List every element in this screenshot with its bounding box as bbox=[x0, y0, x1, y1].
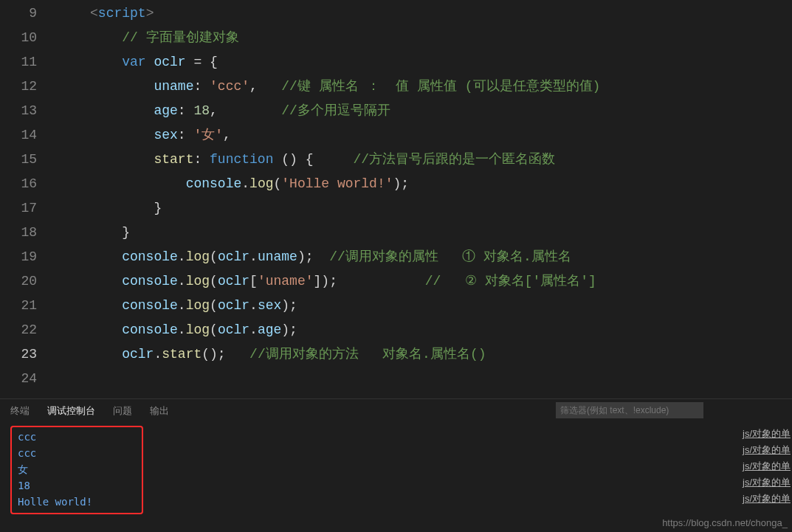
watermark: https://blog.csdn.net/chonga_ bbox=[662, 517, 788, 528]
filter-input[interactable] bbox=[556, 402, 703, 418]
line-number: 14 bbox=[0, 123, 37, 148]
code-line[interactable]: console.log(oclr.age); bbox=[50, 318, 792, 342]
line-number: 13 bbox=[0, 99, 37, 123]
source-link[interactable]: js/对象的单 bbox=[743, 442, 792, 458]
line-number: 23 bbox=[0, 342, 37, 367]
tab-output[interactable]: 输出 bbox=[150, 404, 169, 418]
source-link[interactable]: js/对象的单 bbox=[743, 426, 792, 442]
code-line[interactable]: start: function () { //方法冒号后跟的是一个匿名函数 bbox=[50, 148, 792, 172]
console-body: cccccc女18Holle world! bbox=[0, 423, 792, 517]
code-line[interactable]: // 字面量创建对象 bbox=[50, 26, 792, 50]
console-output-line: 18 bbox=[18, 477, 136, 494]
code-line[interactable]: } bbox=[50, 196, 792, 221]
bottom-panel: 终端 调试控制台 问题 输出 cccccc女18Holle world! js/… bbox=[0, 398, 792, 531]
line-number-gutter: 9101112131415161718192021222324 bbox=[0, 0, 50, 398]
console-output-line: Holle world! bbox=[18, 494, 136, 510]
line-number: 10 bbox=[0, 26, 37, 50]
tab-debug-console[interactable]: 调试控制台 bbox=[47, 404, 95, 418]
line-number: 17 bbox=[0, 196, 37, 221]
line-number: 21 bbox=[0, 294, 37, 318]
line-number: 16 bbox=[0, 172, 37, 196]
code-line[interactable]: <script> bbox=[50, 1, 792, 26]
line-number: 22 bbox=[0, 318, 37, 342]
console-output-line: ccc bbox=[18, 445, 136, 461]
source-links: js/对象的单js/对象的单js/对象的单js/对象的单js/对象的单 bbox=[743, 426, 792, 507]
line-number: 11 bbox=[0, 50, 37, 75]
code-area[interactable]: <script> // 字面量创建对象 var oclr = { uname: … bbox=[50, 0, 792, 398]
code-line[interactable]: sex: '女', bbox=[50, 123, 792, 148]
tab-terminal[interactable]: 终端 bbox=[10, 404, 30, 418]
console-output-line: ccc bbox=[18, 429, 136, 445]
code-line[interactable]: var oclr = { bbox=[50, 50, 792, 75]
code-line[interactable]: console.log(oclr.sex); bbox=[50, 294, 792, 318]
code-line[interactable] bbox=[50, 367, 792, 391]
panel-tabs: 终端 调试控制台 问题 输出 bbox=[0, 399, 792, 423]
line-number: 18 bbox=[0, 221, 37, 245]
source-link[interactable]: js/对象的单 bbox=[743, 474, 792, 491]
code-line[interactable]: age: 18, //多个用逗号隔开 bbox=[50, 99, 792, 123]
tab-problems[interactable]: 问题 bbox=[113, 404, 132, 418]
line-number: 24 bbox=[0, 367, 37, 391]
line-number: 19 bbox=[0, 245, 37, 269]
code-line[interactable]: console.log(oclr.uname); //调用对象的属性 ① 对象名… bbox=[50, 245, 792, 269]
code-line[interactable]: } bbox=[50, 221, 792, 245]
line-number: 15 bbox=[0, 148, 37, 172]
line-number: 20 bbox=[0, 269, 37, 294]
code-line[interactable]: oclr.start(); //调用对象的方法 对象名.属性名() bbox=[50, 342, 792, 367]
code-line[interactable]: console.log('Holle world!'); bbox=[50, 172, 792, 196]
console-output-line: 女 bbox=[18, 461, 136, 477]
line-number: 12 bbox=[0, 75, 37, 99]
code-line[interactable]: console.log(oclr['uname']); // ② 对象名['属性… bbox=[50, 269, 792, 294]
code-editor[interactable]: 9101112131415161718192021222324 <script>… bbox=[0, 0, 792, 398]
code-line[interactable]: uname: 'ccc', //键 属性名 ： 值 属性值 (可以是任意类型的值… bbox=[50, 75, 792, 99]
source-link[interactable]: js/对象的单 bbox=[743, 491, 792, 507]
console-highlight-box: cccccc女18Holle world! bbox=[10, 426, 143, 514]
source-link[interactable]: js/对象的单 bbox=[743, 458, 792, 474]
line-number: 9 bbox=[0, 1, 37, 26]
